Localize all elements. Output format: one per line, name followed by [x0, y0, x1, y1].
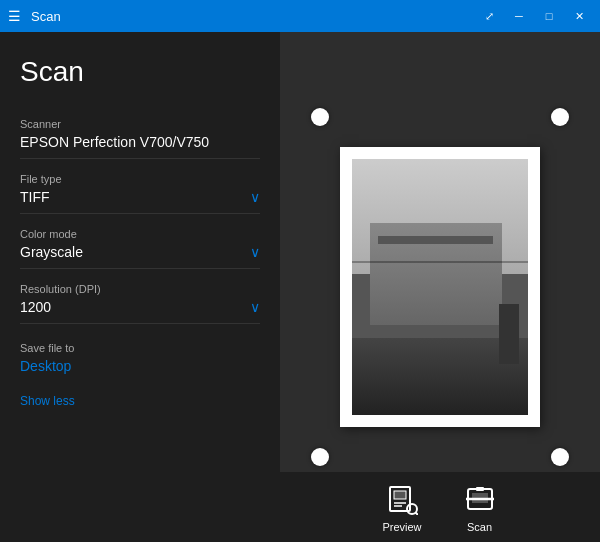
svg-rect-9 [476, 487, 484, 491]
scanner-field: Scanner EPSON Perfection V700/V750 [20, 108, 260, 159]
scan-button[interactable]: Scan [462, 481, 498, 533]
photo-building-detail [378, 236, 492, 244]
color-mode-dropdown[interactable]: Grayscale ∨ [20, 244, 260, 260]
scanner-label: Scanner [20, 118, 260, 130]
left-panel: Scan Scanner EPSON Perfection V700/V750 … [0, 32, 280, 542]
maximize-button[interactable]: □ [536, 3, 562, 29]
crop-handle-top-right[interactable] [551, 108, 569, 126]
crop-handle-bottom-right[interactable] [551, 448, 569, 466]
file-type-label: File type [20, 173, 260, 185]
bottom-bar: Preview Scan [280, 472, 600, 542]
hamburger-icon[interactable]: ☰ [8, 9, 21, 23]
save-file-value[interactable]: Desktop [20, 358, 260, 374]
show-less-button[interactable]: Show less [20, 394, 260, 408]
page-title: Scan [20, 56, 260, 88]
file-type-value: TIFF [20, 189, 50, 205]
window-controls: ⤢ ─ □ ✕ [476, 3, 592, 29]
crop-handle-top-left[interactable] [311, 108, 329, 126]
preview-icon [384, 481, 420, 517]
crop-handle-bottom-left[interactable] [311, 448, 329, 466]
right-panel: Preview Scan [280, 32, 600, 542]
resolution-value: 1200 [20, 299, 51, 315]
resolution-dropdown[interactable]: 1200 ∨ [20, 299, 260, 315]
svg-rect-1 [394, 491, 406, 499]
restore-button[interactable]: ⤢ [476, 3, 502, 29]
photo-horizon [352, 261, 528, 263]
color-mode-chevron-icon: ∨ [250, 244, 260, 260]
svg-line-5 [416, 513, 419, 516]
color-mode-value: Grayscale [20, 244, 83, 260]
file-type-dropdown[interactable]: TIFF ∨ [20, 189, 260, 205]
scanner-value: EPSON Perfection V700/V750 [20, 134, 260, 150]
save-file-field: Save file to Desktop [20, 332, 260, 382]
photo-tree [499, 304, 519, 364]
scanned-photo-content [352, 159, 528, 415]
color-mode-label: Color mode [20, 228, 260, 240]
scan-label: Scan [467, 521, 492, 533]
preview-button[interactable]: Preview [382, 481, 421, 533]
scanned-photo-frame [340, 147, 540, 427]
save-file-label: Save file to [20, 342, 260, 354]
resolution-chevron-icon: ∨ [250, 299, 260, 315]
resolution-label: Resolution (DPI) [20, 283, 260, 295]
file-type-chevron-icon: ∨ [250, 189, 260, 205]
resolution-field[interactable]: Resolution (DPI) 1200 ∨ [20, 273, 260, 324]
title-bar-title: Scan [31, 9, 466, 24]
minimize-button[interactable]: ─ [506, 3, 532, 29]
main-container: Scan Scanner EPSON Perfection V700/V750 … [0, 32, 600, 542]
scan-icon [462, 481, 498, 517]
title-bar: ☰ Scan ⤢ ─ □ ✕ [0, 0, 600, 32]
color-mode-field[interactable]: Color mode Grayscale ∨ [20, 218, 260, 269]
close-button[interactable]: ✕ [566, 3, 592, 29]
file-type-field[interactable]: File type TIFF ∨ [20, 163, 260, 214]
scan-preview-area [320, 117, 560, 457]
preview-label: Preview [382, 521, 421, 533]
